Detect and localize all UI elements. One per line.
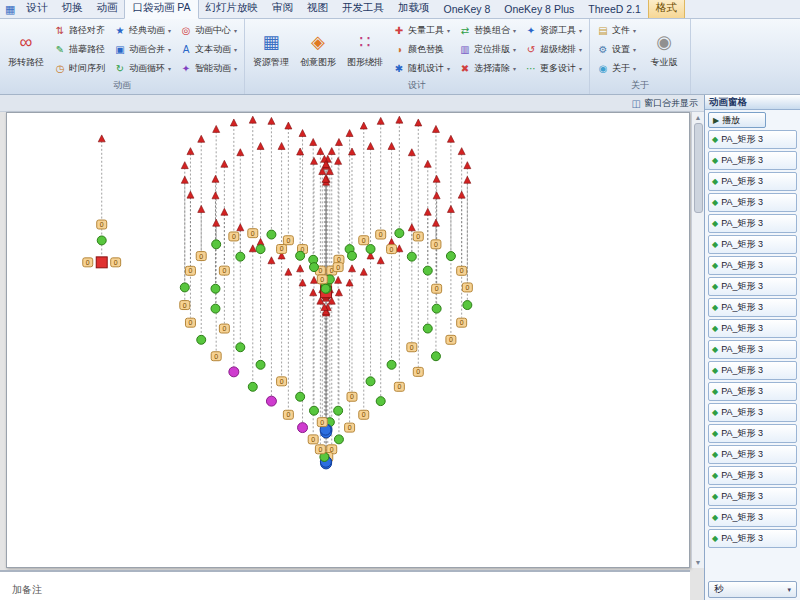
group-label: 关于 [594, 79, 686, 94]
scroll-thumb[interactable] [694, 123, 703, 213]
animation-item[interactable]: ◆PA_矩形 3 [708, 466, 797, 485]
canvas-top-bar: ◫ 窗口合并显示 [0, 95, 704, 112]
scroll-up-icon[interactable]: ▲ [695, 112, 702, 123]
button-label: 路径对齐 [69, 24, 105, 37]
dropdown-arrow-icon: ▾ [234, 46, 237, 53]
button-label: 颜色替换 [408, 43, 444, 56]
classic-anim-button[interactable]: ★经典动画▾ [111, 21, 174, 40]
ribbon-tab-12[interactable]: 格式 [648, 0, 685, 18]
dropdown-arrow-icon: ▾ [447, 65, 450, 72]
slide[interactable]: 0000000000000000000000000000000000000000… [6, 112, 690, 568]
canvas-scrollbar[interactable]: ▲ ▼ [691, 112, 704, 568]
animation-item-label: PA_矩形 3 [721, 280, 763, 293]
anim-loop-button[interactable]: ↻动画循环▾ [111, 59, 174, 78]
shape-to-path-button[interactable]: ∞形转路径 [4, 21, 48, 79]
ribbon-tab-8[interactable]: 加载项 [391, 0, 437, 18]
ribbon-tab-2[interactable]: 动画 [89, 0, 124, 18]
svg-text:0: 0 [199, 253, 203, 260]
ribbon-tab-11[interactable]: ThreeD 2.1 [581, 1, 648, 18]
play-button[interactable]: ▶ 播放 [708, 112, 766, 128]
ribbon-tab-0[interactable]: 设计 [19, 0, 54, 18]
dropdown-arrow-icon: ▾ [633, 27, 636, 34]
svg-text:0: 0 [390, 246, 394, 253]
animation-item[interactable]: ◆PA_矩形 3 [708, 298, 797, 317]
settings-button[interactable]: ⚙设置▾ [594, 40, 639, 59]
animation-item[interactable]: ◆PA_矩形 3 [708, 382, 797, 401]
notes-area[interactable]: 加备注 [0, 570, 690, 600]
time-seq-button[interactable]: ◷时间序列 [51, 59, 108, 78]
anim-merge-icon: ▣ [114, 44, 126, 56]
dropdown-arrow-icon: ▾ [579, 27, 582, 34]
animation-effect-icon: ◆ [712, 135, 718, 144]
seconds-dropdown[interactable]: 秒 ▾ [708, 581, 797, 598]
animation-item[interactable]: ◆PA_矩形 3 [708, 172, 797, 191]
color-replace-button[interactable]: ◑颜色替换 [390, 40, 453, 59]
text-anim-button[interactable]: A文本动画▾ [177, 40, 240, 59]
animation-item[interactable]: ◆PA_矩形 3 [708, 319, 797, 338]
animation-item[interactable]: ◆PA_矩形 3 [708, 487, 797, 506]
animation-effect-icon: ◆ [712, 198, 718, 207]
more-design-button[interactable]: ⋯更多设计▾ [522, 59, 585, 78]
window-merge-toggle[interactable]: 窗口合并显示 [644, 97, 698, 110]
select-clear-button[interactable]: ✖选择清除▾ [456, 59, 519, 78]
ribbon-tab-1[interactable]: 切换 [54, 0, 89, 18]
svg-text:0: 0 [460, 319, 464, 326]
ribbon-tab-9[interactable]: OneKey 8 [437, 1, 498, 18]
smart-anim-button[interactable]: ✦智能动画▾ [177, 59, 240, 78]
random-design-button[interactable]: ✱随机设计▾ [390, 59, 453, 78]
animation-item[interactable]: ◆PA_矩形 3 [708, 529, 797, 548]
shape-wrap-button[interactable]: ∷图形绕排 [343, 21, 387, 79]
ribbon-tab-7[interactable]: 开发工具 [335, 0, 391, 18]
ribbon-tab-6[interactable]: 视图 [300, 0, 335, 18]
creative-shapes-button[interactable]: ◈创意图形 [296, 21, 340, 79]
animation-effect-icon: ◆ [712, 534, 718, 543]
animation-item-label: PA_矩形 3 [721, 301, 763, 314]
animation-item[interactable]: ◆PA_矩形 3 [708, 193, 797, 212]
anim-center-button[interactable]: ◎动画中心▾ [177, 21, 240, 40]
resource-tools-button[interactable]: ✦资源工具▾ [522, 21, 585, 40]
animation-item-label: PA_矩形 3 [721, 448, 763, 461]
animation-item[interactable]: ◆PA_矩形 3 [708, 424, 797, 443]
animation-item[interactable]: ◆PA_矩形 3 [708, 235, 797, 254]
app-icon[interactable]: ▦ [3, 3, 19, 18]
animation-item[interactable]: ◆PA_矩形 3 [708, 361, 797, 380]
position-layout-button[interactable]: ▥定位排版▾ [456, 40, 519, 59]
animation-item[interactable]: ◆PA_矩形 3 [708, 277, 797, 296]
heart-shapes[interactable]: 0000000000000000000000000000000000000000… [83, 220, 473, 469]
ribbon-tab-5[interactable]: 审阅 [265, 0, 300, 18]
anim-merge-button[interactable]: ▣动画合并▾ [111, 40, 174, 59]
animation-item[interactable]: ◆PA_矩形 3 [708, 151, 797, 170]
animation-item[interactable]: ◆PA_矩形 3 [708, 403, 797, 422]
animation-item-label: PA_矩形 3 [721, 133, 763, 146]
about-button[interactable]: ◉关于▾ [594, 59, 639, 78]
super-wrap-button[interactable]: ↺超级绕排▾ [522, 40, 585, 59]
ribbon-tab-10[interactable]: OneKey 8 Plus [497, 1, 581, 18]
animation-item-label: PA_矩形 3 [721, 175, 763, 188]
heart-motion-paths-drawing: 0000000000000000000000000000000000000000… [7, 113, 689, 567]
button-label: 动画合并 [129, 43, 165, 56]
animation-item[interactable]: ◆PA_矩形 3 [708, 445, 797, 464]
replace-group-button[interactable]: ⇄替换组合▾ [456, 21, 519, 40]
animation-item[interactable]: ◆PA_矩形 3 [708, 508, 797, 527]
animation-item[interactable]: ◆PA_矩形 3 [708, 214, 797, 233]
ribbon-tab-3[interactable]: 口袋动画 PA [124, 0, 198, 19]
trace-path-button[interactable]: ✎描摹路径 [51, 40, 108, 59]
group-label: 动画 [4, 79, 240, 94]
dropdown-arrow-icon: ▾ [447, 27, 450, 34]
animation-pane-title: 动画窗格 [705, 95, 800, 110]
path-align-button[interactable]: ⇅路径对齐 [51, 21, 108, 40]
svg-text:0: 0 [379, 231, 383, 238]
file-button[interactable]: ▤文件▾ [594, 21, 639, 40]
animation-item-label: PA_矩形 3 [721, 427, 763, 440]
resource-mgr-button[interactable]: ▦资源管理 [249, 21, 293, 79]
animation-item[interactable]: ◆PA_矩形 3 [708, 256, 797, 275]
animation-item[interactable]: ◆PA_矩形 3 [708, 130, 797, 149]
dropdown-arrow-icon: ▾ [513, 46, 516, 53]
button-label: 经典动画 [129, 24, 165, 37]
vector-tools-button[interactable]: ✚矢量工具▾ [390, 21, 453, 40]
button-label: 描摹路径 [69, 43, 105, 56]
scroll-down-icon[interactable]: ▼ [695, 557, 702, 568]
ribbon-tab-4[interactable]: 幻灯片放映 [199, 0, 266, 18]
pro-badge-button[interactable]: ◉专业版 [642, 21, 686, 79]
animation-item[interactable]: ◆PA_矩形 3 [708, 340, 797, 359]
